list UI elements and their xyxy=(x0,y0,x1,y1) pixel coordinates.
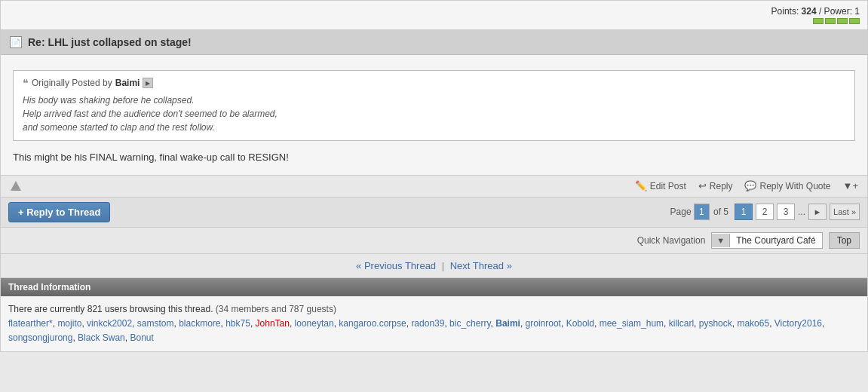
user-link[interactable]: blackmore xyxy=(179,318,220,329)
reply-to-thread-button[interactable]: + Reply to Thread xyxy=(8,202,110,222)
user-separator: , xyxy=(664,318,669,329)
reply-pagination-bar: + Reply to Thread Page 1 of 5 1 2 3 ... … xyxy=(0,198,868,228)
rep-block-2 xyxy=(825,18,836,24)
browsing-text: There are currently 821 users browsing t… xyxy=(8,304,213,314)
next-thread-link[interactable]: Next Thread » xyxy=(450,260,512,271)
more-options-link[interactable]: ▼+ xyxy=(843,180,858,191)
user-link[interactable]: kangaroo.corpse xyxy=(339,318,406,329)
thread-info-body: There are currently 821 users browsing t… xyxy=(1,296,867,352)
points-text: Points: 324 / Power: 1 xyxy=(771,6,860,17)
post-title: Re: LHL just collapsed on stage! xyxy=(28,36,192,48)
user-link[interactable]: mojito xyxy=(57,318,81,329)
user-link[interactable]: mee_siam_hum xyxy=(600,318,664,329)
prev-thread-label: Previous Thread xyxy=(364,260,436,271)
user-separator: , xyxy=(290,318,295,329)
nav-separator: | xyxy=(442,260,447,271)
user-separator: , xyxy=(594,318,600,329)
pagination-area: Page 1 of 5 1 2 3 ... ► Last » xyxy=(670,204,860,220)
post-actions-bar: ✏️ Edit Post ↩ Reply 💬 Reply With Quote … xyxy=(1,175,867,197)
top-button[interactable]: Top xyxy=(829,232,860,249)
user-link[interactable]: looneytan xyxy=(295,318,334,329)
reply-quote-icon: 💬 xyxy=(744,180,756,191)
previous-thread-link[interactable]: « Previous Thread xyxy=(356,260,439,271)
reply-to-thread-label: + Reply to Thread xyxy=(18,207,100,218)
first-page-btn[interactable]: 1 xyxy=(694,204,710,220)
page-3-btn[interactable]: 3 xyxy=(777,204,795,220)
edit-icon: ✏️ xyxy=(635,180,647,191)
user-link[interactable]: mako65 xyxy=(737,318,769,329)
user-link[interactable]: flatearther* xyxy=(8,318,53,329)
user-link[interactable]: vinkck2002 xyxy=(87,318,132,329)
avatar-placeholder xyxy=(8,4,61,26)
quote-text: His body was shaking before he collapsed… xyxy=(23,93,845,134)
view-post-icon[interactable]: ▶ xyxy=(143,78,153,88)
thread-info-header: Thread Information xyxy=(1,278,867,296)
page-of-total: of 5 xyxy=(713,207,728,217)
user-link[interactable]: killcarl xyxy=(669,318,694,329)
quote-icon: ❝ xyxy=(23,77,29,89)
rep-block-4 xyxy=(849,18,860,24)
quote-block: ❝ Originally Posted by Baimi ▶ His body … xyxy=(13,70,855,141)
post-icon: 📄 xyxy=(10,36,22,48)
user-link[interactable]: radon39 xyxy=(411,318,444,329)
post-container: 📄 Re: LHL just collapsed on stage! ❝ Ori… xyxy=(0,29,868,198)
thread-nav-bar: « Previous Thread | Next Thread » xyxy=(0,254,868,278)
more-icon: ▼+ xyxy=(843,180,858,191)
post-message: This might be his FINAL warning, final w… xyxy=(13,150,855,166)
page-dots: ... xyxy=(798,207,805,217)
quick-nav-label: Quick Navigation xyxy=(637,235,706,246)
originally-posted-label: Originally Posted by xyxy=(32,78,112,88)
page-label: Page 1 of 5 xyxy=(670,204,728,220)
page-2-btn[interactable]: 2 xyxy=(756,204,774,220)
user-link[interactable]: JohnTan xyxy=(256,318,290,329)
member-count-text: (34 members and 787 guests) xyxy=(216,304,336,314)
user-link[interactable]: Kobold xyxy=(566,318,594,329)
user-list: flatearther*, mojito, vinkck2002, samsto… xyxy=(8,318,824,343)
warn-icon[interactable] xyxy=(10,180,22,192)
user-link[interactable]: groinroot xyxy=(526,318,561,329)
dropdown-arrow[interactable]: ▼ xyxy=(712,234,730,247)
thread-info-container: Thread Information There are currently 8… xyxy=(0,278,868,353)
user-separator: , xyxy=(694,318,699,329)
reply-icon: ↩ xyxy=(698,180,707,191)
user-separator: , xyxy=(250,318,256,329)
user-link[interactable]: Victory2016 xyxy=(774,318,822,329)
next-page-btn[interactable]: ► xyxy=(808,204,827,220)
user-link[interactable]: hbk75 xyxy=(225,318,250,329)
quick-nav-bar: Quick Navigation ▼ The Courtyard Café To… xyxy=(0,228,868,254)
post-body: ❝ Originally Posted by Baimi ▶ His body … xyxy=(1,55,867,175)
user-link[interactable]: samstom xyxy=(137,318,174,329)
user-separator: , xyxy=(561,318,566,329)
quote-line-3: and someone started to clap and the rest… xyxy=(23,121,845,134)
last-page-btn[interactable]: Last » xyxy=(830,204,860,220)
page-1-btn[interactable]: 1 xyxy=(735,204,753,220)
user-link[interactable]: Black Swan xyxy=(78,332,125,343)
reputation-bar xyxy=(813,18,860,24)
quote-header: ❝ Originally Posted by Baimi ▶ xyxy=(23,77,845,89)
rep-block-1 xyxy=(813,18,824,24)
quick-nav-dropdown[interactable]: ▼ The Courtyard Café xyxy=(711,232,822,249)
reply-with-quote-link[interactable]: 💬 Reply With Quote xyxy=(744,180,830,191)
user-link[interactable]: Baimi xyxy=(495,318,520,329)
user-separator: , xyxy=(520,318,526,329)
user-link[interactable]: bic_cherry xyxy=(449,318,490,329)
user-info-bar: Points: 324 / Power: 1 xyxy=(0,0,868,29)
rep-block-3 xyxy=(837,18,848,24)
quote-author: Baimi xyxy=(115,78,140,88)
edit-post-link[interactable]: ✏️ Edit Post xyxy=(635,180,686,191)
next-thread-label: Next Thread xyxy=(450,260,504,271)
dropdown-text: The Courtyard Café xyxy=(730,233,821,248)
quote-line-1: His body was shaking before he collapsed… xyxy=(23,93,845,107)
user-separator: , xyxy=(822,318,824,329)
user-separator: , xyxy=(132,318,137,329)
next-symbol: » xyxy=(507,260,512,271)
points-area: Points: 324 / Power: 1 xyxy=(771,6,860,24)
page-of-text: Page xyxy=(670,207,694,217)
post-title-bar: 📄 Re: LHL just collapsed on stage! xyxy=(1,30,867,55)
user-link[interactable]: songsongjurong xyxy=(8,332,72,343)
user-link[interactable]: Bonut xyxy=(130,332,153,343)
prev-symbol: « xyxy=(356,260,361,271)
user-separator: , xyxy=(769,318,774,329)
user-link[interactable]: pyshock xyxy=(699,318,732,329)
reply-link[interactable]: ↩ Reply xyxy=(698,180,733,191)
